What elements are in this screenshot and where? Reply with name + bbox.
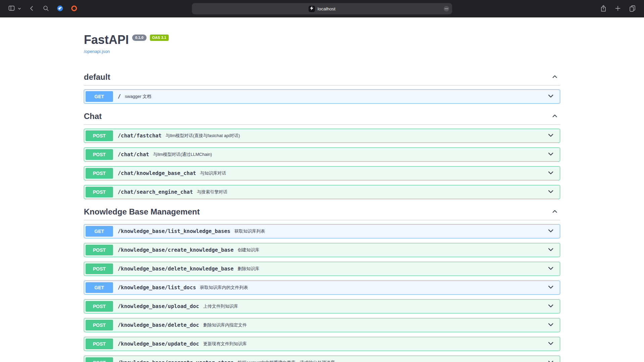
operation-expand-button[interactable]	[545, 340, 556, 348]
share-icon	[600, 5, 607, 13]
chevron-down-icon	[547, 169, 554, 178]
operation-path: /knowledge_base/update_doc	[118, 341, 199, 347]
operation-path: /knowledge_base/list_knowledge_bases	[118, 228, 230, 234]
sections: default GET / swagger 文档 Chat	[84, 69, 560, 362]
operations: POST /chat/fastchat 与llm模型对话(直接与fastchat…	[84, 125, 560, 199]
operation-summary: 与搜索引擎对话	[197, 189, 227, 195]
operation-expand-button[interactable]	[545, 321, 556, 329]
operation-row[interactable]: POST /chat/chat 与llm模型对话(通过LLMChain)	[84, 147, 560, 162]
operation-expand-button[interactable]	[545, 227, 556, 236]
operation-path: /chat/chat	[118, 152, 149, 158]
method-badge: POST	[86, 130, 113, 141]
operations: GET / swagger 文档	[84, 85, 560, 104]
oas-badge: OAS 3.1	[150, 35, 169, 41]
section-title: Chat	[84, 112, 102, 121]
operation-expand-button[interactable]	[545, 188, 556, 196]
operation-expand-button[interactable]	[545, 246, 556, 254]
chevron-up-icon	[551, 73, 558, 81]
section-collapse-button[interactable]	[549, 113, 560, 120]
site-favicon	[309, 6, 315, 12]
operation-expand-button[interactable]	[545, 93, 556, 101]
operation-summary: 删除知识库内指定文件	[203, 322, 247, 328]
plus-icon	[615, 5, 621, 12]
chevron-down-icon	[547, 246, 554, 254]
operation-expand-button[interactable]	[545, 265, 556, 273]
section-header[interactable]: default	[84, 69, 560, 85]
operation-summary: 删除知识库	[237, 266, 259, 272]
back-button[interactable]	[28, 4, 36, 13]
sidebar-toggle-button[interactable]	[7, 4, 16, 13]
method-badge: GET	[86, 226, 113, 237]
chevron-down-icon	[547, 340, 554, 348]
chevron-down-icon	[547, 93, 554, 101]
toolbar-right-group	[599, 4, 637, 14]
chevron-down-icon	[547, 284, 554, 292]
operation-row[interactable]: POST /chat/knowledge_base_chat 与知识库对话	[84, 166, 560, 180]
operation-path: /chat/search_engine_chat	[118, 189, 193, 195]
method-badge: POST	[86, 149, 113, 160]
chevron-down-icon	[18, 6, 21, 11]
method-badge: POST	[86, 320, 113, 330]
operation-row[interactable]: GET /knowledge_base/list_docs 获取知识库内的文件列…	[84, 281, 560, 295]
operation-expand-button[interactable]	[545, 150, 556, 159]
operation-summary: 更新现有文件到知识库	[203, 341, 247, 347]
operation-row[interactable]: POST /knowledge_base/recreate_vector_sto…	[84, 356, 560, 362]
operation-row[interactable]: GET / swagger 文档	[84, 89, 560, 104]
section-header[interactable]: Chat	[84, 108, 560, 125]
extension-button-blue[interactable]	[56, 4, 64, 13]
operation-expand-button[interactable]	[545, 132, 556, 140]
operations: GET /knowledge_base/list_knowledge_bases…	[84, 220, 560, 362]
chevron-down-icon	[547, 302, 554, 311]
ellipsis-circle-icon	[443, 5, 450, 13]
method-badge: POST	[86, 263, 113, 274]
new-tab-button[interactable]	[614, 5, 622, 13]
browser-toolbar: localhost	[0, 0, 644, 17]
address-bar[interactable]: localhost	[192, 3, 452, 14]
api-section: default GET / swagger 文档	[84, 69, 560, 104]
api-section: Chat POST /chat/fastchat 与llm模型对话(直接与fas…	[84, 108, 560, 199]
openapi-spec-link[interactable]: /openapi.json	[84, 49, 110, 54]
operation-summary: 获取知识库列表	[234, 228, 265, 234]
section-header[interactable]: Knowledge Base Management	[84, 204, 560, 220]
chevron-down-icon	[547, 188, 554, 196]
operation-row[interactable]: POST /chat/search_engine_chat 与搜索引擎对话	[84, 185, 560, 199]
operation-row[interactable]: POST /knowledge_base/create_knowledge_ba…	[84, 243, 560, 257]
sidebar-menu-button[interactable]	[17, 6, 22, 12]
chevron-down-icon	[547, 227, 554, 236]
operation-expand-button[interactable]	[545, 169, 556, 178]
operation-row[interactable]: POST /knowledge_base/delete_doc 删除知识库内指定…	[84, 318, 560, 332]
page-settings-button[interactable]	[443, 5, 450, 13]
page-title: FastAPI 0.1.0 OAS 3.1	[84, 33, 560, 47]
share-button[interactable]	[599, 4, 607, 14]
section-title: default	[84, 72, 110, 82]
operation-expand-button[interactable]	[545, 284, 556, 292]
operation-row[interactable]: POST /chat/fastchat 与llm模型对话(直接与fastchat…	[84, 129, 560, 143]
chevron-down-icon	[547, 150, 554, 159]
method-badge: GET	[86, 91, 113, 102]
operation-summary: 获取知识库内的文件列表	[200, 285, 248, 291]
extension-button-orange[interactable]	[70, 4, 78, 13]
method-badge: GET	[86, 282, 113, 293]
operation-summary: 与llm模型对话(通过LLMChain)	[153, 152, 212, 158]
operation-row[interactable]: POST /knowledge_base/delete_knowledge_ba…	[84, 262, 560, 276]
section-collapse-button[interactable]	[549, 208, 560, 216]
operation-path: /chat/fastchat	[118, 133, 162, 139]
tab-overview-button[interactable]	[628, 4, 637, 13]
search-button[interactable]	[42, 4, 50, 13]
api-section: Knowledge Base Management GET /knowledge…	[84, 204, 560, 362]
chevron-down-icon	[547, 359, 554, 362]
operation-path: /knowledge_base/recreate_vector_store	[118, 360, 233, 362]
search-icon	[43, 5, 49, 13]
operation-path: /knowledge_base/upload_doc	[118, 303, 199, 309]
section-collapse-button[interactable]	[549, 73, 560, 81]
method-badge: POST	[86, 301, 113, 312]
operation-row[interactable]: GET /knowledge_base/list_knowledge_bases…	[84, 224, 560, 238]
operation-expand-button[interactable]	[545, 302, 556, 311]
operation-expand-button[interactable]	[545, 359, 556, 362]
method-badge: POST	[86, 168, 113, 179]
back-icon	[29, 5, 35, 13]
section-title: Knowledge Base Management	[84, 207, 200, 217]
operation-row[interactable]: POST /knowledge_base/upload_doc 上传文件到知识库	[84, 299, 560, 313]
method-badge: POST	[86, 245, 113, 255]
operation-row[interactable]: POST /knowledge_base/update_doc 更新现有文件到知…	[84, 337, 560, 351]
